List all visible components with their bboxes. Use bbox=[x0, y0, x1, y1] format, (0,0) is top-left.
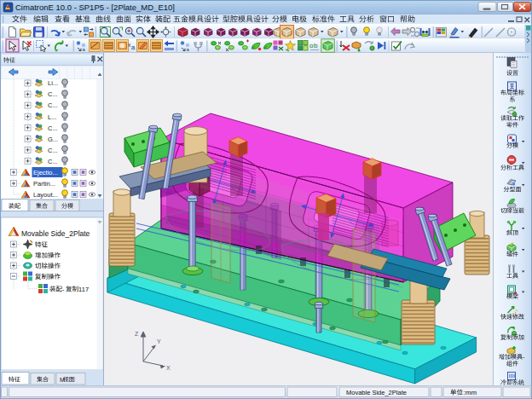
svg-text:Ejectio...: Ejectio... bbox=[33, 169, 58, 176]
svg-text:Layout...: Layout... bbox=[33, 191, 58, 199]
svg-text:b: b bbox=[314, 42, 318, 49]
svg-text::mm: :mm bbox=[464, 389, 477, 396]
svg-text:C...: C... bbox=[48, 147, 58, 154]
svg-text:Movable Side_2Plate: Movable Side_2Plate bbox=[21, 229, 90, 238]
svg-text:117: 117 bbox=[78, 286, 89, 293]
svg-text:G...: G... bbox=[48, 136, 58, 143]
svg-text:Y: Y bbox=[157, 338, 161, 344]
svg-text:Movable Side_2Plate: Movable Side_2Plate bbox=[346, 389, 407, 396]
svg-text:X: X bbox=[166, 365, 171, 371]
svg-text:C...: C... bbox=[48, 90, 58, 98]
svg-text:L...: L... bbox=[48, 113, 56, 121]
svg-text:C...: C... bbox=[48, 101, 58, 109]
svg-text:Partin...: Partin... bbox=[33, 180, 55, 188]
svg-text:Li...: Li... bbox=[48, 79, 58, 87]
svg-text:Z: Z bbox=[135, 331, 139, 337]
svg-text:C...: C... bbox=[48, 124, 58, 132]
svg-text:CimatronE 10.0 - SP1P5 - [2Pla: CimatronE 10.0 - SP1P5 - [2Plate_MD_E10] bbox=[15, 3, 175, 12]
svg-text:C...: C... bbox=[48, 158, 58, 165]
